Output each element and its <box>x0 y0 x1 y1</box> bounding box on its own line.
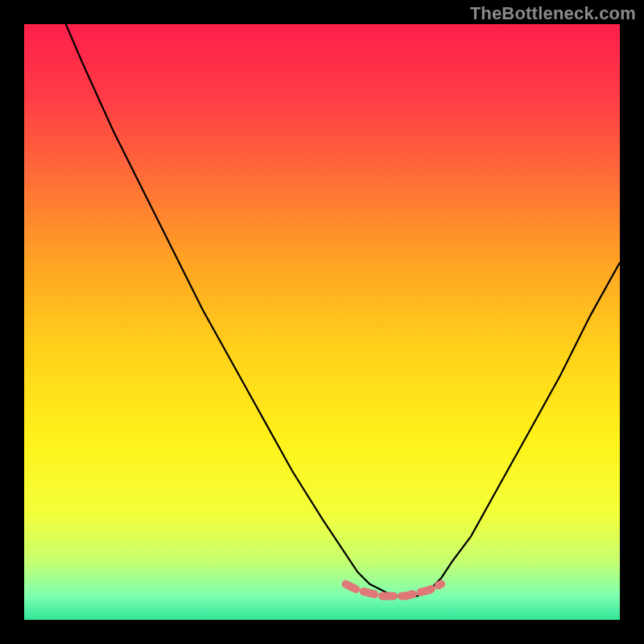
chart-frame: TheBottleneck.com <box>0 0 644 644</box>
flat-region-marker <box>346 584 441 597</box>
plot-area <box>24 24 620 620</box>
bottleneck-curve <box>66 24 620 596</box>
curve-layer <box>24 24 620 620</box>
watermark-text: TheBottleneck.com <box>470 3 636 24</box>
